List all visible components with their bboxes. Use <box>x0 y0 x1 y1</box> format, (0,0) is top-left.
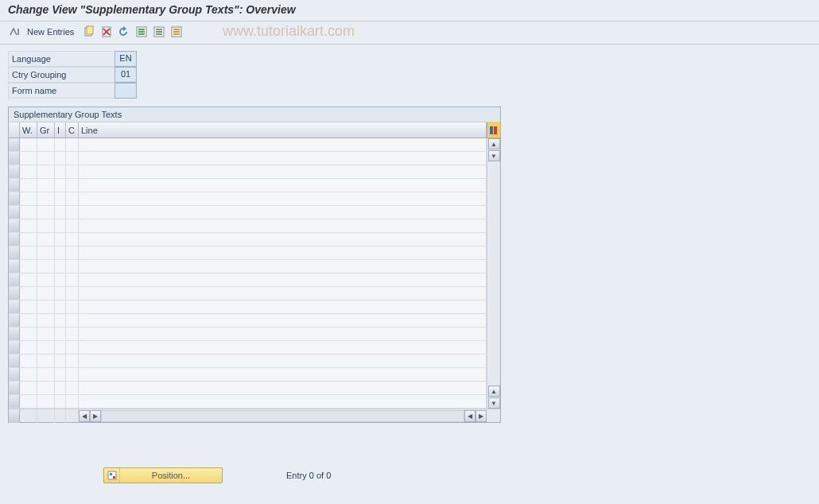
svg-rect-18 <box>494 126 497 134</box>
column-w[interactable]: W. <box>20 122 37 138</box>
scroll-up-icon[interactable]: ▲ <box>488 386 500 397</box>
table-row[interactable] <box>9 287 487 300</box>
ctry-grouping-field[interactable]: 01 <box>115 67 137 83</box>
column-c[interactable]: C <box>66 122 79 138</box>
new-entries-button[interactable]: New Entries <box>27 27 74 37</box>
column-selector[interactable] <box>9 122 20 138</box>
watermark-text: www.tutorialkart.com <box>223 23 355 40</box>
table-row[interactable] <box>9 233 487 246</box>
table-row[interactable] <box>9 192 487 206</box>
scroll-left-icon[interactable]: ◀ <box>79 410 90 422</box>
svg-rect-6 <box>138 29 145 30</box>
vertical-scrollbar[interactable]: ▲ ▼ ▲ ▼ <box>487 138 500 409</box>
header-fields: Language EN Ctry Grouping 01 Form name <box>0 45 819 107</box>
table-row[interactable] <box>9 260 487 273</box>
svg-rect-12 <box>156 33 162 35</box>
ctry-grouping-label: Ctry Grouping <box>8 67 115 83</box>
position-icon <box>104 468 120 483</box>
table-row[interactable] <box>9 138 487 152</box>
svg-rect-10 <box>156 29 162 30</box>
scroll-up-icon[interactable]: ▲ <box>488 138 500 149</box>
scroll-right-icon[interactable]: ▶ <box>90 410 101 422</box>
configure-columns-icon[interactable] <box>487 122 500 138</box>
table-row[interactable] <box>9 219 487 233</box>
svg-rect-15 <box>173 31 180 33</box>
other-view-icon[interactable] <box>8 25 22 39</box>
table-row[interactable] <box>9 368 487 382</box>
select-block-icon[interactable] <box>152 25 166 39</box>
language-field[interactable]: EN <box>115 51 137 67</box>
table-row[interactable] <box>9 341 487 355</box>
svg-rect-20 <box>110 473 112 475</box>
table-row[interactable] <box>9 300 487 314</box>
copy-as-icon[interactable] <box>82 25 96 39</box>
table-row[interactable] <box>9 314 487 328</box>
select-all-icon[interactable] <box>134 25 149 39</box>
table-row[interactable] <box>9 382 487 395</box>
svg-rect-17 <box>490 126 493 134</box>
svg-rect-11 <box>156 31 162 33</box>
scroll-right-icon[interactable]: ▶ <box>475 410 487 422</box>
scroll-down-icon[interactable]: ▼ <box>488 150 500 161</box>
scroll-left-icon[interactable]: ◀ <box>464 410 475 422</box>
table-row[interactable] <box>9 246 487 260</box>
form-name-label: Form name <box>8 83 115 99</box>
table-row[interactable] <box>9 395 487 409</box>
table-body: ▲ ▼ ▲ ▼ <box>9 138 500 409</box>
table-row[interactable] <box>9 165 487 179</box>
table-row[interactable] <box>9 179 487 192</box>
table-row[interactable] <box>9 273 487 287</box>
scroll-down-icon[interactable]: ▼ <box>488 397 500 409</box>
table-row[interactable] <box>9 328 487 341</box>
table-title: Supplementary Group Texts <box>9 107 500 122</box>
footer-bar: Position... Entry 0 of 0 <box>0 467 819 483</box>
title-bar: Change View "Supplementary Group Texts":… <box>0 0 819 21</box>
svg-rect-8 <box>138 33 145 35</box>
entry-count-text: Entry 0 of 0 <box>286 471 331 480</box>
position-button-label: Position... <box>120 471 222 480</box>
svg-rect-1 <box>87 26 93 34</box>
deselect-all-icon[interactable] <box>169 25 184 39</box>
svg-rect-16 <box>173 33 180 35</box>
form-name-field[interactable] <box>115 83 137 99</box>
position-button[interactable]: Position... <box>103 467 223 483</box>
scroll-track[interactable] <box>101 410 464 422</box>
horizontal-scrollbar[interactable]: ◀ ▶ ◀ ▶ <box>9 409 500 422</box>
page-title: Change View "Supplementary Group Texts":… <box>8 3 296 16</box>
table-container: Supplementary Group Texts W. Gr I C Line <box>8 107 501 423</box>
delete-icon[interactable] <box>99 25 114 39</box>
table-rows-area[interactable] <box>9 138 487 409</box>
svg-rect-7 <box>138 31 145 33</box>
column-i[interactable]: I <box>55 122 66 138</box>
svg-rect-21 <box>113 476 115 479</box>
undo-change-icon[interactable] <box>117 25 131 39</box>
column-line[interactable]: Line <box>79 122 487 138</box>
language-label: Language <box>8 51 115 67</box>
table-header-row: W. Gr I C Line <box>9 122 500 138</box>
column-gr[interactable]: Gr <box>37 122 55 138</box>
table-row[interactable] <box>9 206 487 219</box>
table-row[interactable] <box>9 355 487 368</box>
application-toolbar: New Entries www.tutorialkart.com <box>0 21 819 45</box>
svg-rect-14 <box>173 29 180 30</box>
table-row[interactable] <box>9 152 487 165</box>
